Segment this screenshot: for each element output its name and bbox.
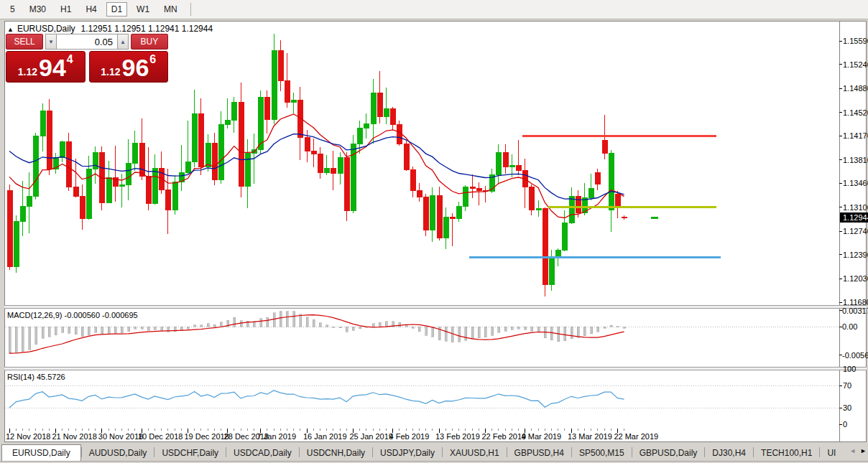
candle-body [358,128,363,144]
macd-histogram-bar [108,327,110,333]
chart-tab-eurusd-daily[interactable]: EURUSD,Daily [1,444,81,461]
candle-body [549,258,554,285]
candle-body [457,207,462,219]
bid-price-big: 94 [39,55,66,80]
candle-body [589,189,594,198]
volume-increase-button[interactable]: ▲ [117,34,129,50]
chart-tab-tech100-h1[interactable]: TECH100,H1 [754,445,819,461]
macd-histogram-bar [359,327,361,329]
candle-body [569,197,574,223]
price-axis-label: 1.12740 [843,227,868,235]
rsi-axis-label: 30 [843,403,851,412]
time-axis-label: 4 Mar 2019 [522,432,562,441]
macd-histogram-bar [531,327,533,331]
chart-tab-dj30-h4[interactable]: DJ30,H4 [705,445,753,461]
candle-body [364,123,369,128]
candle-body [516,165,521,170]
macd-histogram-bar [425,327,428,335]
macd-histogram-bar [101,327,103,334]
macd-histogram-bar [267,317,269,327]
macd-histogram-bar [29,327,31,350]
candle-body [450,218,455,219]
bid-price-sup: 4 [67,53,73,66]
price-axis-label: 1.12030 [843,274,868,283]
chart-tab-gbpusd-h4[interactable]: GBPUSD,H4 [507,445,571,461]
rsi-panel-splitter[interactable] [4,367,867,370]
candle-body [318,154,323,172]
chart-tab-gbpusd-daily[interactable]: GBPUSD,Daily [632,445,705,461]
macd-histogram-bar [121,327,123,333]
macd-histogram-bar [128,327,130,332]
time-axis-label: 21 Nov 2018 [52,432,96,441]
candle-body [166,190,171,210]
macd-histogram-bar [81,327,83,337]
candle-body [206,143,211,167]
sell-button[interactable]: SELL [6,34,43,50]
buy-button[interactable]: BUY [131,34,168,50]
trade-prices-row: 1.12 94 4 1.12 96 6 [6,51,168,83]
price-axis-label: 1.14520 [843,108,868,117]
chart-tab-usdjpy-daily[interactable]: USDJPY,Daily [373,445,442,461]
candle-body [185,162,190,173]
rsi-axis-label: 0 [843,420,847,429]
candle-body [377,93,382,117]
tab-scroll-left-icon[interactable]: ◄ [849,447,856,454]
chart-tab-usdcad-daily[interactable]: USDCAD,Daily [226,445,299,461]
macd-histogram-bar [220,322,222,327]
candle-body [602,141,607,154]
macd-histogram-bar [180,327,183,330]
macd-histogram-bar [141,327,143,329]
candle-body [609,153,614,210]
macd-histogram-bar [22,327,24,352]
candle-body [193,113,198,162]
macd-histogram-bar [624,327,626,328]
macd-histogram-bar [95,327,97,332]
tab-scroll-right-icon[interactable]: ► [860,447,867,454]
macd-axis-label: 0.003177 [842,307,868,315]
candle-body [576,197,581,212]
bid-price-box[interactable]: 1.12 94 4 [6,51,86,83]
volume-input[interactable] [57,34,117,50]
macd-histogram-bar [15,327,17,353]
price-axis-label: 1.13100 [843,203,868,212]
volume-decrease-button[interactable]: ▼ [45,34,57,50]
macd-histogram-bar [491,327,494,335]
macd-histogram-bar [564,327,566,341]
candle-body [47,111,52,169]
macd-label: MACD(12,26,9) -0.000560 -0.000695 [7,311,138,319]
chart-tab-ui[interactable]: UI [820,445,843,461]
candle-body [384,108,389,116]
chart-tab-usdchf-daily[interactable]: USDCHF,Daily [154,445,226,461]
time-axis-label: 10 Dec 2018 [138,432,183,441]
macd-histogram-bar [114,327,116,333]
candle-body [443,218,448,238]
macd-histogram-bar [319,323,321,327]
chart-tab-sp500-m15[interactable]: SP500,M15 [572,445,632,461]
candle-body [34,136,39,197]
chart-tab-usdcnh-daily[interactable]: USDCNH,Daily [300,445,372,461]
tab-scroll-arrows: ◄ ► [849,447,867,454]
price-axis-label: 1.12390 [843,251,868,259]
macd-histogram-bar [432,327,434,337]
macd-histogram-bar [597,327,599,332]
rsi-line [9,390,624,408]
macd-panel-splitter[interactable] [4,305,867,309]
candle-body [278,50,283,81]
macd-histogram-bar [471,327,474,339]
macd-histogram-bar [583,327,586,336]
macd-histogram-bar [571,327,573,339]
one-click-trading-panel: SELL ▼ ▲ BUY 1.12 94 4 1.12 96 6 [6,34,168,83]
macd-histogram-bar [326,325,328,327]
macd-histogram-bar [333,327,335,327]
candle-body [311,151,316,154]
chart-tab-audusd-daily[interactable]: AUDUSD,Daily [82,445,154,461]
macd-histogram-bar [385,322,387,327]
ask-price-box[interactable]: 1.12 96 6 [89,51,169,83]
candle-body [232,103,237,121]
macd-histogram-bar [399,322,401,327]
chart-tab-xauusd-h1[interactable]: XAUUSD,H1 [443,445,507,461]
collapse-arrow-icon[interactable]: ▲ [7,26,14,33]
candle-body [497,152,502,174]
macd-histogram-bar [194,325,196,327]
macd-histogram-bar [339,327,341,328]
